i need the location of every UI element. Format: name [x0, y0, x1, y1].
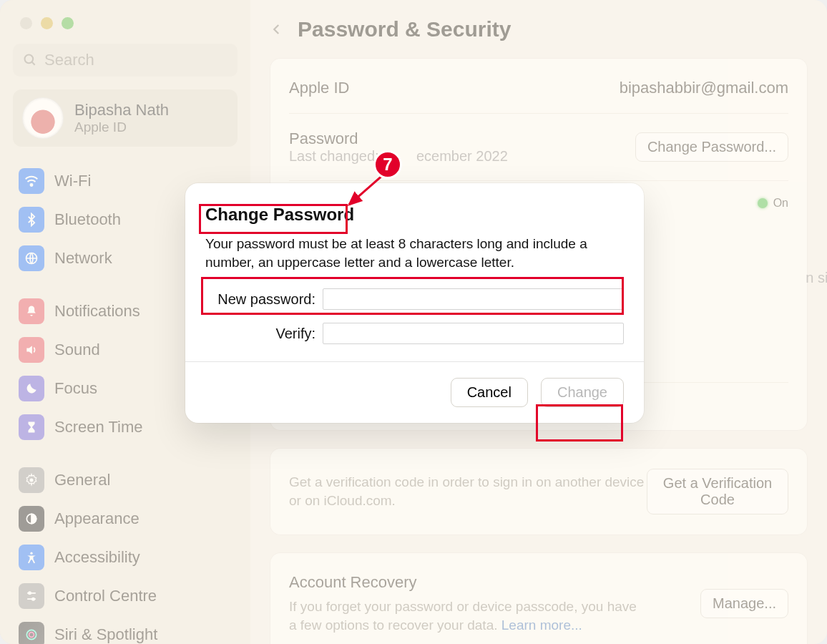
change-password-button[interactable]: Change Password...	[635, 132, 788, 162]
sidebar-item-siri[interactable]: Siri & Spotlight	[13, 616, 238, 644]
dialog-description: Your password must be at least 8 charact…	[205, 235, 606, 271]
network-icon	[19, 245, 44, 271]
status-dot-icon	[758, 198, 768, 208]
annotation-badge: 7	[373, 150, 402, 179]
sidebar-item-label: Accessibility	[54, 548, 140, 567]
manage-recovery-button[interactable]: Manage...	[700, 589, 788, 618]
search-placeholder: Search	[44, 51, 94, 69]
close-dot[interactable]	[20, 17, 32, 29]
sidebar-item-label: Screen Time	[54, 418, 143, 436]
password-label: Password	[289, 130, 508, 148]
svg-point-0	[25, 55, 34, 64]
sidebar-item-label: Control Centre	[54, 587, 157, 605]
cancel-button[interactable]: Cancel	[451, 378, 528, 407]
verification-desc: Get a verification code in order to sign…	[289, 473, 647, 509]
siri-icon	[19, 622, 44, 644]
sidebar-item-appearance[interactable]: Appearance	[13, 500, 238, 537]
page-title: Password & Security	[298, 17, 511, 42]
zoom-dot[interactable]	[62, 17, 74, 29]
account-recovery-panel: Account Recovery If you forget your pass…	[270, 553, 807, 644]
appearance-icon	[19, 506, 44, 532]
recovery-desc: If you forget your password or device pa…	[289, 597, 647, 634]
verify-password-input[interactable]	[323, 323, 624, 344]
svg-point-10	[32, 598, 34, 600]
sidebar-item-label: Appearance	[54, 509, 140, 528]
svg-point-8	[29, 592, 31, 594]
wifi-icon	[19, 168, 44, 194]
sound-icon	[19, 337, 44, 363]
dialog-title: Change Password	[205, 205, 624, 225]
verify-password-label: Verify:	[205, 326, 315, 342]
profile-sub: Apple ID	[74, 119, 169, 135]
avatar	[23, 98, 63, 138]
change-password-dialog: Change Password Your password must be at…	[185, 183, 644, 423]
sidebar-item-general[interactable]: General	[13, 462, 238, 499]
profile-card[interactable]: Bipasha Nath Apple ID	[13, 89, 238, 147]
search-input[interactable]: Search	[13, 44, 238, 77]
two-factor-status: On	[758, 197, 788, 210]
change-button[interactable]: Change	[541, 378, 624, 407]
moon-icon	[19, 376, 44, 401]
new-password-row: New password:	[205, 288, 624, 310]
apple-id-label: Apple ID	[289, 79, 349, 97]
svg-point-12	[29, 633, 34, 638]
bell-icon	[19, 298, 44, 324]
sidebar-item-label: Network	[54, 249, 112, 268]
sidebar-item-label: Notifications	[54, 302, 140, 321]
settings-window: Search Bipasha Nath Apple ID Wi-Fi Bluet…	[0, 0, 827, 644]
svg-point-2	[31, 184, 33, 186]
verification-panel: Get a verification code in order to sign…	[270, 449, 807, 535]
gear-icon	[19, 467, 44, 493]
sidebar-item-label: Bluetooth	[54, 210, 121, 229]
get-verification-code-button[interactable]: Get a Verification Code	[647, 469, 788, 514]
back-chevron-icon[interactable]	[270, 19, 283, 39]
minimize-dot[interactable]	[41, 17, 53, 29]
sidebar-item-control-centre[interactable]: Control Centre	[13, 577, 238, 615]
new-password-label: New password:	[205, 291, 315, 308]
recovery-title: Account Recovery	[289, 573, 647, 592]
svg-point-11	[26, 630, 36, 639]
sidebar-item-label: Focus	[54, 379, 97, 398]
hourglass-icon	[19, 414, 44, 440]
profile-name: Bipasha Nath	[74, 101, 169, 119]
sidebar-item-label: Sound	[54, 341, 100, 359]
svg-line-1	[32, 62, 35, 65]
sidebar-item-label: General	[54, 471, 110, 489]
learn-more-link[interactable]: Learn more...	[501, 618, 582, 633]
svg-point-6	[30, 552, 32, 555]
sidebar-item-accessibility[interactable]: Accessibility	[13, 539, 238, 576]
verify-password-row: Verify:	[205, 323, 624, 344]
search-icon	[23, 53, 37, 67]
window-controls	[13, 0, 238, 44]
titlebar: Password & Security	[270, 13, 807, 59]
new-password-input[interactable]	[323, 288, 624, 310]
svg-point-4	[30, 479, 34, 482]
nav-group-3: General Appearance Accessibility Control…	[13, 462, 238, 644]
sidebar-item-label: Siri & Spotlight	[54, 625, 157, 644]
bluetooth-icon	[19, 207, 44, 233]
accessibility-icon	[19, 545, 44, 570]
sidebar-item-label: Wi-Fi	[54, 172, 91, 190]
apple-id-value: bipashabbir@gmail.com	[620, 79, 788, 97]
control-centre-icon	[19, 583, 44, 609]
